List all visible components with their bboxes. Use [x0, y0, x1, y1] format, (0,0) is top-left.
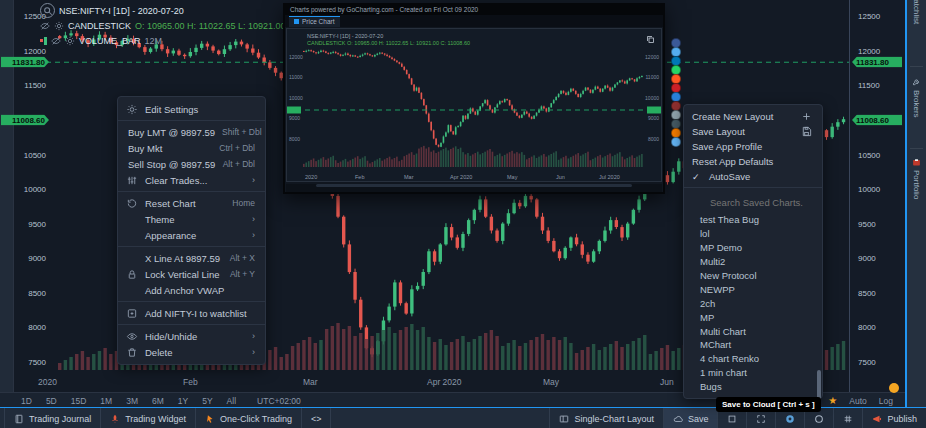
- menu-item-autosave[interactable]: ✓ AutoSave: [684, 169, 822, 184]
- code-button[interactable]: <>: [302, 408, 332, 428]
- auto-scale-toggle[interactable]: Auto: [849, 396, 867, 406]
- pointer-icon: [205, 414, 215, 424]
- saved-chart-item[interactable]: 4 chart Renko: [684, 352, 822, 366]
- menu-item-save-app-profile[interactable]: Save App Profile: [684, 139, 822, 154]
- menu-item-reset-chart[interactable]: Reset ChartHome: [118, 195, 265, 211]
- range-button[interactable]: 1D: [14, 396, 39, 406]
- saved-chart-item[interactable]: Bugs: [684, 380, 822, 394]
- saved-charts-search[interactable]: [684, 191, 822, 213]
- saved-chart-item[interactable]: test Thea Bug: [684, 213, 822, 227]
- favorite-star-icon[interactable]: ★: [828, 395, 837, 406]
- price-tag: 11831.80: [1, 57, 49, 68]
- eye-off-icon[interactable]: [51, 36, 61, 46]
- menu-item-add-to-watchlist[interactable]: Add NIFTY-I to watchlist: [118, 305, 265, 321]
- range-button[interactable]: 6M: [145, 396, 171, 406]
- saved-charts-list: test Thea BuglolMP DemoMulti2New Protoco…: [684, 213, 822, 394]
- menu-scrollbar[interactable]: [817, 370, 821, 400]
- portfolio-icon: [912, 158, 921, 167]
- saved-chart-item[interactable]: Multi Chart: [684, 324, 822, 338]
- menu-item-buy-mkt[interactable]: Buy MktCtrl + Dbl: [118, 140, 265, 156]
- menu-item-save-layout[interactable]: Save Layout: [684, 124, 822, 139]
- range-button[interactable]: 15D: [64, 396, 94, 406]
- menu-item-delete[interactable]: Delete›: [118, 344, 265, 360]
- menu-item-x-line[interactable]: X Line At 9897.59Alt + X: [118, 250, 265, 266]
- menu-divider: [118, 246, 265, 247]
- range-button[interactable]: 3M: [119, 396, 145, 406]
- save-button[interactable]: Save: [663, 408, 718, 428]
- price-axis-label: 12000: [858, 47, 880, 56]
- trading-journal-button[interactable]: Trading Journal: [4, 408, 101, 428]
- mini-axis-tick: 8000: [289, 136, 300, 142]
- menu-item-sell-stop[interactable]: Sell Stop @ 9897.59Alt + Dbl: [118, 156, 265, 172]
- range-button[interactable]: All: [220, 396, 243, 406]
- check-icon: ✓: [692, 172, 702, 182]
- menu-item-theme[interactable]: Theme›: [118, 211, 265, 227]
- gear-icon[interactable]: [54, 21, 64, 31]
- saved-chart-item[interactable]: 2ch: [684, 296, 822, 310]
- price-axis-label: 8000: [858, 323, 876, 332]
- log-scale-toggle[interactable]: Log: [879, 396, 893, 406]
- saved-chart-item[interactable]: MChart: [684, 338, 822, 352]
- price-axis-label: 12500: [858, 12, 880, 21]
- timezone-button[interactable]: UTC+02:00: [257, 396, 301, 406]
- publish-button[interactable]: Publish: [862, 408, 926, 428]
- saved-chart-item[interactable]: MP: [684, 310, 822, 324]
- range-button[interactable]: 1Y: [171, 396, 195, 406]
- mini-axis-tick: 9000: [648, 115, 659, 121]
- saved-chart-item[interactable]: 1 min chart: [684, 366, 822, 380]
- mini-axis-tick: 10000: [289, 95, 303, 101]
- saved-chart-item[interactable]: lol: [684, 227, 822, 241]
- menu-item-reset-app-defaults[interactable]: Reset App Defaults: [684, 154, 822, 169]
- menu-divider: [118, 324, 265, 325]
- reset-icon: [126, 198, 138, 209]
- saved-chart-item[interactable]: New Protocol: [684, 269, 822, 283]
- time-axis-label: Mar: [303, 377, 318, 387]
- range-button[interactable]: 1M: [93, 396, 119, 406]
- grid-layout-button[interactable]: [833, 408, 862, 428]
- copy-icon[interactable]: [646, 35, 655, 44]
- eye-icon: [126, 331, 138, 342]
- snapshot-tab[interactable]: Price Chart: [289, 16, 340, 27]
- trash-icon: [126, 347, 138, 358]
- time-axis-label: Apr 2020: [427, 377, 462, 387]
- time-axis-label: Jun: [660, 377, 674, 387]
- menu-divider: [684, 187, 822, 188]
- study-name: VOLUME_BAR: [79, 36, 141, 46]
- price-axis-label: 8500: [858, 289, 876, 298]
- range-button[interactable]: 5D: [39, 396, 64, 406]
- search-input[interactable]: [708, 196, 812, 209]
- symbol-search-icon[interactable]: [40, 3, 55, 18]
- scroll-to-realtime-button[interactable]: [889, 383, 899, 393]
- menu-item-clear-trades[interactable]: Clear Trades...›: [118, 172, 265, 188]
- saved-chart-item[interactable]: Multi2: [684, 255, 822, 269]
- menu-item-edit-settings[interactable]: Edit Settings: [118, 101, 265, 117]
- menu-item-appearance[interactable]: Appearance›: [118, 227, 265, 243]
- gear-icon[interactable]: [65, 36, 75, 46]
- eye-off-icon[interactable]: [40, 21, 50, 31]
- menu-item-buy-lmt[interactable]: Buy LMT @ 9897.59Shift + Dbl: [118, 124, 265, 140]
- tab-icon: [294, 19, 299, 24]
- price-axis-label: 10500: [858, 151, 880, 160]
- sidebar-divider: [910, 66, 923, 67]
- saved-chart-item[interactable]: MP Demo: [684, 241, 822, 255]
- mini-chart-legend: NSE:NIFTY-I [1D] - 2020-07-20 CANDLESTIC…: [307, 33, 470, 47]
- sidebar-tab-portfolio[interactable]: Portfolio: [907, 158, 926, 199]
- sidebar-tab-watchlist[interactable]: Watchlist: [907, 0, 926, 24]
- mini-price-tag: [647, 107, 661, 114]
- menu-item-lock-vertical-line[interactable]: Lock Vertical LineAlt + Y: [118, 266, 265, 282]
- saved-chart-item[interactable]: NEWPP: [684, 282, 822, 296]
- menu-item-add-anchor-vwap[interactable]: Add Anchor VWAP: [118, 282, 265, 298]
- menu-item-hide-unhide[interactable]: Hide/Unhide›: [118, 328, 265, 344]
- share-icon[interactable]: [671, 137, 681, 147]
- sidebar-tab-brokers[interactable]: Brokers: [907, 78, 926, 118]
- mini-month-label: Apr 2020: [450, 174, 472, 180]
- one-click-trading-button[interactable]: One-Click Trading: [196, 408, 302, 428]
- trading-widget-button[interactable]: Trading Widget: [101, 408, 196, 428]
- mini-month-label: May: [507, 174, 517, 180]
- chart-context-menu: Edit Settings Buy LMT @ 9897.59Shift + D…: [117, 96, 266, 365]
- range-button[interactable]: 5Y: [195, 396, 219, 406]
- single-chart-layout-button[interactable]: Single-Chart Layout: [549, 408, 663, 428]
- menu-item-create-new-layout[interactable]: Create New Layout: [684, 109, 822, 124]
- price-axis-label: 7500: [858, 358, 876, 367]
- square-icon: [727, 414, 737, 424]
